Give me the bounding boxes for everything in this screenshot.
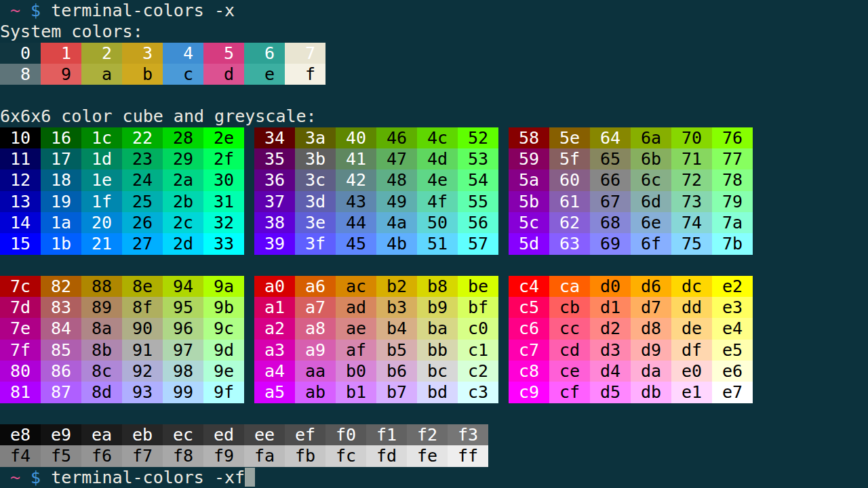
color-cell-7: 7 — [285, 43, 326, 64]
color-cell-8b: 8b — [81, 340, 122, 361]
color-cell-ca: ca — [549, 276, 590, 297]
color-cell-4: 4 — [163, 43, 203, 64]
color-cell-d7: d7 — [631, 297, 671, 318]
color-cell-62: 62 — [549, 212, 590, 233]
color-cell-63: 63 — [549, 233, 590, 254]
color-cell-49: 49 — [376, 191, 417, 212]
color-cell-42: 42 — [336, 169, 376, 190]
color-cell-c5: c5 — [509, 297, 549, 318]
color-row: 13191f252b31 — [0, 191, 244, 212]
terminal-screen[interactable]: ~$terminal-colors -x System colors: 0123… — [0, 0, 868, 488]
color-cell-4c: 4c — [417, 127, 458, 148]
color-cell-0: 0 — [0, 43, 41, 64]
color-cell-76: 76 — [712, 127, 753, 148]
color-cell-bc: bc — [417, 361, 458, 382]
color-cell-df: df — [671, 340, 712, 361]
color-cell-34: 34 — [254, 127, 295, 148]
color-cell-ce: ce — [549, 361, 590, 382]
color-cell-b4: b4 — [376, 318, 417, 339]
color-cell-32: 32 — [203, 212, 244, 233]
color-cell-94: 94 — [163, 276, 203, 297]
color-cell-5: 5 — [203, 43, 244, 64]
color-cell-d0: d0 — [590, 276, 631, 297]
color-cell-86: 86 — [41, 361, 81, 382]
color-row: c5cbd1d7dde3 — [509, 297, 753, 318]
color-row: 5a60666c7278 — [509, 169, 753, 190]
color-cell-eb: eb — [122, 424, 163, 445]
color-cell-4f: 4f — [417, 191, 458, 212]
color-row: 80868c92989e — [0, 361, 244, 382]
color-row: 10161c22282e — [0, 127, 244, 148]
prompt-line-2: ~$terminal-colors -xf — [0, 467, 868, 488]
color-cell-29: 29 — [163, 148, 203, 169]
color-cell-a8: a8 — [295, 318, 336, 339]
color-cell-4d: 4d — [417, 148, 458, 169]
color-cell-2b: 2b — [163, 191, 203, 212]
color-row: e8e9eaebecedeeeff0f1f2f3 — [0, 424, 868, 445]
color-cell-6f: 6f — [631, 233, 671, 254]
color-row: 343a40464c52 — [254, 127, 498, 148]
color-cell-21: 21 — [81, 233, 122, 254]
color-cell-7e: 7e — [0, 318, 41, 339]
color-cell-70: 70 — [671, 127, 712, 148]
color-cell-14: 14 — [0, 212, 41, 233]
color-row: 5d63696f757b — [509, 233, 753, 254]
blank-line — [0, 255, 868, 276]
color-cell-4a: 4a — [376, 212, 417, 233]
color-cell-69: 69 — [590, 233, 631, 254]
color-cell-bd: bd — [417, 382, 458, 403]
color-cell-80: 80 — [0, 361, 41, 382]
color-cell-56: 56 — [458, 212, 498, 233]
color-cell-8e: 8e — [122, 276, 163, 297]
color-cell-ff: ff — [448, 445, 488, 466]
color-cell-9f: 9f — [203, 382, 244, 403]
color-cell-e1: e1 — [671, 382, 712, 403]
color-row: 7d83898f959b — [0, 297, 244, 318]
color-row: 7f858b91979d — [0, 340, 244, 361]
color-cell-2f: 2f — [203, 148, 244, 169]
color-row: 585e646a7076 — [509, 127, 753, 148]
color-cell-ac: ac — [336, 276, 376, 297]
color-row: a3a9afb5bbc1 — [254, 340, 498, 361]
color-cell-24: 24 — [122, 169, 163, 190]
color-row: 81878d93999f — [0, 382, 244, 403]
color-cell-c1: c1 — [458, 340, 498, 361]
color-row: c8ced4dae0e6 — [509, 361, 753, 382]
color-cell-ef: ef — [285, 424, 326, 445]
color-cell-ae: ae — [336, 318, 376, 339]
color-row: 141a20262c32 — [0, 212, 244, 233]
color-cell-fb: fb — [285, 445, 326, 466]
prompt-dollar: $ — [31, 1, 41, 20]
greyscale-grid: e8e9eaebecedeeeff0f1f2f3f4f5f6f7f8f9fafb… — [0, 424, 868, 467]
color-cell-ee: ee — [244, 424, 285, 445]
color-cell-3f: 3f — [295, 233, 336, 254]
color-cell-7a: 7a — [712, 212, 753, 233]
color-cell-f0: f0 — [326, 424, 366, 445]
color-cell-36: 36 — [254, 169, 295, 190]
color-cell-93: 93 — [122, 382, 163, 403]
color-cell-81: 81 — [0, 382, 41, 403]
color-cell-b7: b7 — [376, 382, 417, 403]
color-cell-b9: b9 — [417, 297, 458, 318]
command-text-2: terminal-colors -xf — [51, 468, 245, 487]
color-cell-39: 39 — [254, 233, 295, 254]
color-cell-8: 8 — [0, 64, 41, 85]
color-cell-4b: 4b — [376, 233, 417, 254]
color-cell-ec: ec — [163, 424, 203, 445]
color-cell-da: da — [631, 361, 671, 382]
cube-block-3: 585e646a7076595f656b71775a60666c72785b61… — [509, 127, 753, 255]
color-cell-98: 98 — [163, 361, 203, 382]
color-cell-7c: 7c — [0, 276, 41, 297]
color-cell-1f: 1f — [81, 191, 122, 212]
color-cell-77: 77 — [712, 148, 753, 169]
color-cell-6a: 6a — [631, 127, 671, 148]
color-cell-41: 41 — [336, 148, 376, 169]
color-cell-ad: ad — [336, 297, 376, 318]
color-cell-99: 99 — [163, 382, 203, 403]
system-colors-header: System colors: — [0, 21, 868, 42]
color-cell-96: 96 — [163, 318, 203, 339]
color-cell-1e: 1e — [81, 169, 122, 190]
color-cell-11: 11 — [0, 148, 41, 169]
color-cell-f9: f9 — [203, 445, 244, 466]
color-row: f4f5f6f7f8f9fafbfcfdfeff — [0, 445, 868, 466]
